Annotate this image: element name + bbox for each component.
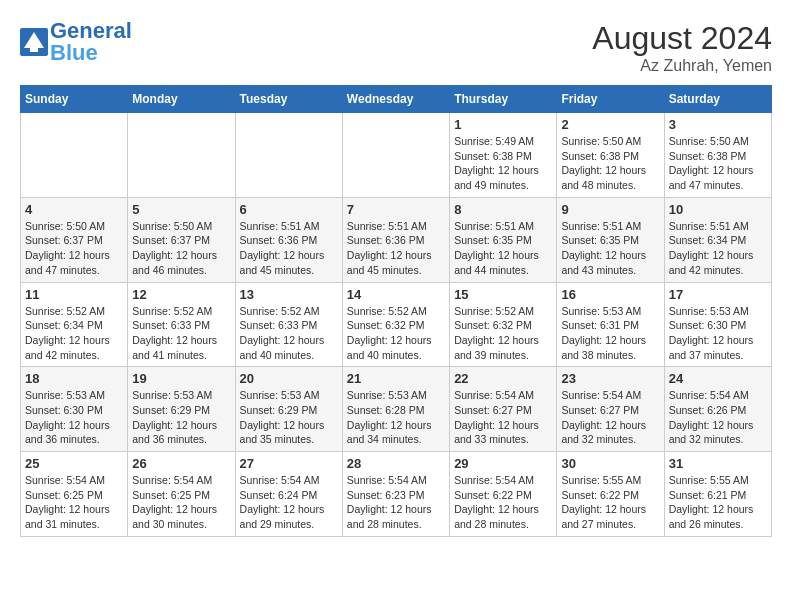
- calendar-cell: [342, 113, 449, 198]
- calendar-cell: 4Sunrise: 5:50 AM Sunset: 6:37 PM Daylig…: [21, 197, 128, 282]
- calendar-cell: 13Sunrise: 5:52 AM Sunset: 6:33 PM Dayli…: [235, 282, 342, 367]
- calendar-week-row: 18Sunrise: 5:53 AM Sunset: 6:30 PM Dayli…: [21, 367, 772, 452]
- day-number: 21: [347, 371, 445, 386]
- logo: GeneralBlue: [20, 20, 132, 64]
- day-info: Sunrise: 5:54 AM Sunset: 6:27 PM Dayligh…: [561, 388, 659, 447]
- calendar-cell: 28Sunrise: 5:54 AM Sunset: 6:23 PM Dayli…: [342, 452, 449, 537]
- day-info: Sunrise: 5:52 AM Sunset: 6:32 PM Dayligh…: [347, 304, 445, 363]
- calendar-cell: 5Sunrise: 5:50 AM Sunset: 6:37 PM Daylig…: [128, 197, 235, 282]
- calendar-cell: 15Sunrise: 5:52 AM Sunset: 6:32 PM Dayli…: [450, 282, 557, 367]
- day-info: Sunrise: 5:49 AM Sunset: 6:38 PM Dayligh…: [454, 134, 552, 193]
- day-info: Sunrise: 5:52 AM Sunset: 6:33 PM Dayligh…: [240, 304, 338, 363]
- calendar-cell: 6Sunrise: 5:51 AM Sunset: 6:36 PM Daylig…: [235, 197, 342, 282]
- day-number: 27: [240, 456, 338, 471]
- day-info: Sunrise: 5:50 AM Sunset: 6:38 PM Dayligh…: [561, 134, 659, 193]
- day-number: 1: [454, 117, 552, 132]
- calendar-cell: 11Sunrise: 5:52 AM Sunset: 6:34 PM Dayli…: [21, 282, 128, 367]
- day-info: Sunrise: 5:54 AM Sunset: 6:26 PM Dayligh…: [669, 388, 767, 447]
- day-info: Sunrise: 5:53 AM Sunset: 6:28 PM Dayligh…: [347, 388, 445, 447]
- day-info: Sunrise: 5:55 AM Sunset: 6:21 PM Dayligh…: [669, 473, 767, 532]
- day-number: 20: [240, 371, 338, 386]
- day-info: Sunrise: 5:54 AM Sunset: 6:24 PM Dayligh…: [240, 473, 338, 532]
- day-number: 29: [454, 456, 552, 471]
- calendar-week-row: 25Sunrise: 5:54 AM Sunset: 6:25 PM Dayli…: [21, 452, 772, 537]
- day-of-week-header: Thursday: [450, 86, 557, 113]
- day-number: 26: [132, 456, 230, 471]
- day-info: Sunrise: 5:51 AM Sunset: 6:35 PM Dayligh…: [454, 219, 552, 278]
- day-number: 11: [25, 287, 123, 302]
- day-info: Sunrise: 5:52 AM Sunset: 6:33 PM Dayligh…: [132, 304, 230, 363]
- page-header: GeneralBlue August 2024 Az Zuhrah, Yemen: [20, 20, 772, 75]
- day-info: Sunrise: 5:53 AM Sunset: 6:29 PM Dayligh…: [132, 388, 230, 447]
- day-number: 7: [347, 202, 445, 217]
- day-number: 31: [669, 456, 767, 471]
- calendar-cell: 9Sunrise: 5:51 AM Sunset: 6:35 PM Daylig…: [557, 197, 664, 282]
- month-year: August 2024: [592, 20, 772, 57]
- day-number: 22: [454, 371, 552, 386]
- day-of-week-header: Monday: [128, 86, 235, 113]
- calendar-cell: 31Sunrise: 5:55 AM Sunset: 6:21 PM Dayli…: [664, 452, 771, 537]
- calendar-cell: 12Sunrise: 5:52 AM Sunset: 6:33 PM Dayli…: [128, 282, 235, 367]
- calendar-cell: 20Sunrise: 5:53 AM Sunset: 6:29 PM Dayli…: [235, 367, 342, 452]
- calendar-week-row: 4Sunrise: 5:50 AM Sunset: 6:37 PM Daylig…: [21, 197, 772, 282]
- title-block: August 2024 Az Zuhrah, Yemen: [592, 20, 772, 75]
- calendar-cell: 29Sunrise: 5:54 AM Sunset: 6:22 PM Dayli…: [450, 452, 557, 537]
- day-number: 15: [454, 287, 552, 302]
- day-number: 8: [454, 202, 552, 217]
- day-info: Sunrise: 5:55 AM Sunset: 6:22 PM Dayligh…: [561, 473, 659, 532]
- day-of-week-header: Wednesday: [342, 86, 449, 113]
- logo-text: GeneralBlue: [50, 20, 132, 64]
- day-number: 2: [561, 117, 659, 132]
- calendar-table: SundayMondayTuesdayWednesdayThursdayFrid…: [20, 85, 772, 537]
- calendar-cell: 30Sunrise: 5:55 AM Sunset: 6:22 PM Dayli…: [557, 452, 664, 537]
- day-number: 24: [669, 371, 767, 386]
- calendar-cell: 19Sunrise: 5:53 AM Sunset: 6:29 PM Dayli…: [128, 367, 235, 452]
- location: Az Zuhrah, Yemen: [592, 57, 772, 75]
- day-number: 28: [347, 456, 445, 471]
- day-info: Sunrise: 5:52 AM Sunset: 6:32 PM Dayligh…: [454, 304, 552, 363]
- day-info: Sunrise: 5:51 AM Sunset: 6:36 PM Dayligh…: [347, 219, 445, 278]
- day-number: 13: [240, 287, 338, 302]
- calendar-cell: [21, 113, 128, 198]
- calendar-cell: 2Sunrise: 5:50 AM Sunset: 6:38 PM Daylig…: [557, 113, 664, 198]
- day-info: Sunrise: 5:53 AM Sunset: 6:31 PM Dayligh…: [561, 304, 659, 363]
- day-number: 5: [132, 202, 230, 217]
- calendar-cell: 8Sunrise: 5:51 AM Sunset: 6:35 PM Daylig…: [450, 197, 557, 282]
- calendar-body: 1Sunrise: 5:49 AM Sunset: 6:38 PM Daylig…: [21, 113, 772, 537]
- day-info: Sunrise: 5:51 AM Sunset: 6:35 PM Dayligh…: [561, 219, 659, 278]
- logo-icon: [20, 28, 48, 56]
- day-number: 6: [240, 202, 338, 217]
- day-info: Sunrise: 5:53 AM Sunset: 6:30 PM Dayligh…: [25, 388, 123, 447]
- calendar-cell: 27Sunrise: 5:54 AM Sunset: 6:24 PM Dayli…: [235, 452, 342, 537]
- day-info: Sunrise: 5:50 AM Sunset: 6:37 PM Dayligh…: [25, 219, 123, 278]
- calendar-cell: 18Sunrise: 5:53 AM Sunset: 6:30 PM Dayli…: [21, 367, 128, 452]
- calendar-cell: 7Sunrise: 5:51 AM Sunset: 6:36 PM Daylig…: [342, 197, 449, 282]
- day-of-week-header: Sunday: [21, 86, 128, 113]
- day-info: Sunrise: 5:50 AM Sunset: 6:38 PM Dayligh…: [669, 134, 767, 193]
- day-info: Sunrise: 5:52 AM Sunset: 6:34 PM Dayligh…: [25, 304, 123, 363]
- day-info: Sunrise: 5:54 AM Sunset: 6:25 PM Dayligh…: [132, 473, 230, 532]
- calendar-cell: 14Sunrise: 5:52 AM Sunset: 6:32 PM Dayli…: [342, 282, 449, 367]
- day-number: 4: [25, 202, 123, 217]
- day-number: 18: [25, 371, 123, 386]
- calendar-cell: 3Sunrise: 5:50 AM Sunset: 6:38 PM Daylig…: [664, 113, 771, 198]
- day-info: Sunrise: 5:53 AM Sunset: 6:30 PM Dayligh…: [669, 304, 767, 363]
- calendar-cell: 23Sunrise: 5:54 AM Sunset: 6:27 PM Dayli…: [557, 367, 664, 452]
- calendar-cell: 24Sunrise: 5:54 AM Sunset: 6:26 PM Dayli…: [664, 367, 771, 452]
- calendar-cell: 21Sunrise: 5:53 AM Sunset: 6:28 PM Dayli…: [342, 367, 449, 452]
- day-number: 10: [669, 202, 767, 217]
- day-of-week-header: Saturday: [664, 86, 771, 113]
- day-info: Sunrise: 5:51 AM Sunset: 6:36 PM Dayligh…: [240, 219, 338, 278]
- day-number: 25: [25, 456, 123, 471]
- calendar-week-row: 1Sunrise: 5:49 AM Sunset: 6:38 PM Daylig…: [21, 113, 772, 198]
- day-info: Sunrise: 5:54 AM Sunset: 6:25 PM Dayligh…: [25, 473, 123, 532]
- day-info: Sunrise: 5:50 AM Sunset: 6:37 PM Dayligh…: [132, 219, 230, 278]
- calendar-cell: 16Sunrise: 5:53 AM Sunset: 6:31 PM Dayli…: [557, 282, 664, 367]
- calendar-cell: 22Sunrise: 5:54 AM Sunset: 6:27 PM Dayli…: [450, 367, 557, 452]
- day-number: 14: [347, 287, 445, 302]
- calendar-cell: 25Sunrise: 5:54 AM Sunset: 6:25 PM Dayli…: [21, 452, 128, 537]
- day-number: 23: [561, 371, 659, 386]
- day-number: 30: [561, 456, 659, 471]
- day-info: Sunrise: 5:54 AM Sunset: 6:27 PM Dayligh…: [454, 388, 552, 447]
- day-info: Sunrise: 5:51 AM Sunset: 6:34 PM Dayligh…: [669, 219, 767, 278]
